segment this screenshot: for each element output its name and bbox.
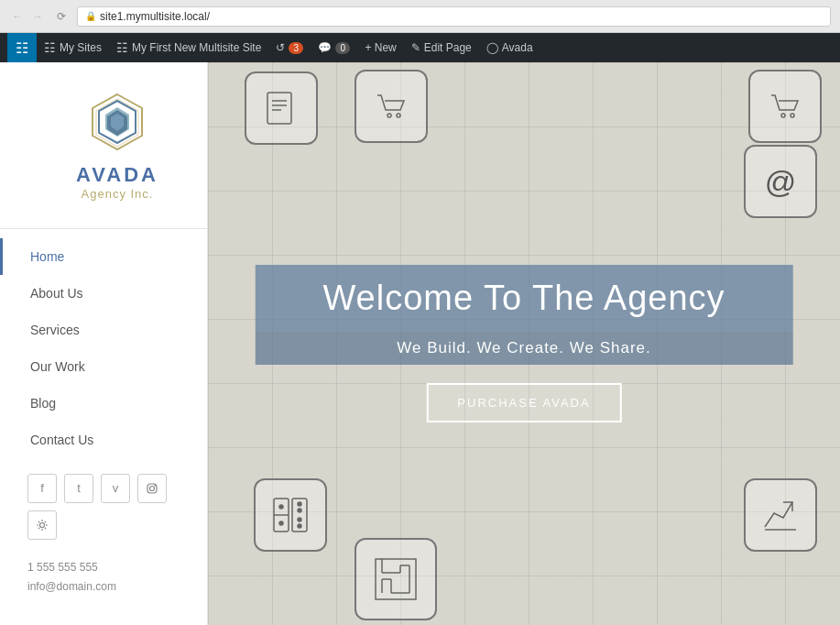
sidebar-item-services[interactable]: Services [0,312,207,348]
my-sites-menu[interactable]: ☷ My Sites [37,33,109,62]
email-address: info@domain.com [27,577,189,598]
sketch-icon-document [245,71,318,145]
wp-logo-button[interactable]: ☷ [7,33,37,62]
svg-point-14 [387,114,391,117]
twitter-icon[interactable]: t [64,474,93,503]
logo-subtitle: Agency Inc. [82,187,154,201]
edit-icon: ✎ [411,41,420,54]
settings-icon[interactable] [27,510,57,540]
back-button[interactable]: ← [9,8,26,25]
logo-title: AVADA [76,163,158,187]
sketch-icon-cart [355,70,428,143]
sketch-icon-maze [355,538,437,620]
hero-title: Welcome To The Agency [283,279,766,318]
purchase-cta-button[interactable]: PURCHASE AVADA [426,383,621,422]
comments-badge: 0 [335,42,350,54]
edit-page-button[interactable]: ✎ Edit Page [404,33,479,62]
svg-point-26 [298,524,301,528]
sidebar-item-about[interactable]: About Us [0,275,207,312]
hero-subtitle: We Build. We Create. We Share. [283,339,766,357]
sketch-icon-cart2 [748,70,822,143]
sidebar-logo: AVADA Agency Inc. [0,62,207,219]
updates-icon: ↺ [276,41,285,54]
site-icon: ☷ [116,40,128,55]
svg-rect-10 [267,93,291,124]
phone-number: 1 555 555 555 [27,558,189,578]
svg-point-7 [150,486,155,490]
my-sites-icon: ☷ [44,40,56,55]
sidebar-divider [0,228,207,229]
sidebar-item-blog[interactable]: Blog [0,385,207,422]
avada-menu[interactable]: ◯ Avada [479,33,540,62]
sidebar-contact: 1 555 555 555 info@domain.com [0,549,207,607]
sidebar-item-ourwork[interactable]: Our Work [0,348,207,385]
svg-point-21 [279,505,283,509]
svg-point-9 [40,522,45,527]
avada-label: Avada [502,41,533,54]
updates-button[interactable]: ↺ 3 [268,33,311,62]
comments-icon: 💬 [318,41,332,54]
svg-point-17 [791,114,794,117]
sidebar-item-home[interactable]: Home [0,238,207,275]
nav-arrows[interactable]: ← → [9,8,46,25]
refresh-button[interactable]: ⟳ [53,8,70,25]
vimeo-icon[interactable]: v [101,474,130,503]
address-bar[interactable]: 🔒 site1.mymultisite.local/ [77,6,831,27]
sidebar: AVADA Agency Inc. Home About Us Services… [0,62,208,625]
hero-overlay: Welcome To The Agency We Build. We Creat… [256,265,793,422]
avada-logo-icon [85,90,149,154]
page-wrapper: AVADA Agency Inc. Home About Us Services… [0,62,840,625]
instagram-icon[interactable] [137,474,167,503]
sketch-icon-chart [744,478,817,552]
svg-point-22 [279,521,283,525]
svg-point-25 [298,518,301,521]
updates-badge: 3 [289,42,303,54]
avada-icon: ◯ [486,41,498,54]
forward-button[interactable]: → [29,8,46,25]
browser-chrome: ← → ⟳ 🔒 site1.mymultisite.local/ [0,0,840,33]
url-text: site1.mymultisite.local/ [100,10,210,23]
sketch-icon-at: @ [744,145,817,218]
new-content-button[interactable]: + New [357,33,403,62]
svg-point-15 [397,114,400,117]
site-name-text: My First New Multisite Site [132,41,261,54]
hero-subtitle-bar: We Build. We Create. We Share. [256,332,793,365]
social-icons-group: f t v [0,460,207,549]
hero-title-bar: Welcome To The Agency [256,265,793,332]
wp-admin-bar: ☷ ☷ My Sites ☷ My First New Multisite Si… [0,33,840,62]
wp-logo-icon: ☷ [16,39,28,57]
site-name-link[interactable]: ☷ My First New Multisite Site [109,33,268,62]
sidebar-nav: Home About Us Services Our Work Blog Con… [0,238,207,460]
main-content: @ [208,62,840,625]
my-sites-label: My Sites [60,41,102,54]
new-content-label: + New [365,41,396,54]
svg-point-24 [298,509,301,512]
sketch-icon-dominos [254,478,327,552]
svg-point-8 [155,485,156,486]
svg-point-16 [781,114,785,117]
sidebar-item-contact[interactable]: Contact Us [0,422,207,458]
facebook-icon[interactable]: f [27,474,57,503]
edit-page-label: Edit Page [424,41,472,54]
svg-point-23 [298,502,301,506]
lock-icon: 🔒 [85,11,96,21]
comments-button[interactable]: 💬 0 [311,33,357,62]
hero-background: @ [208,62,840,625]
